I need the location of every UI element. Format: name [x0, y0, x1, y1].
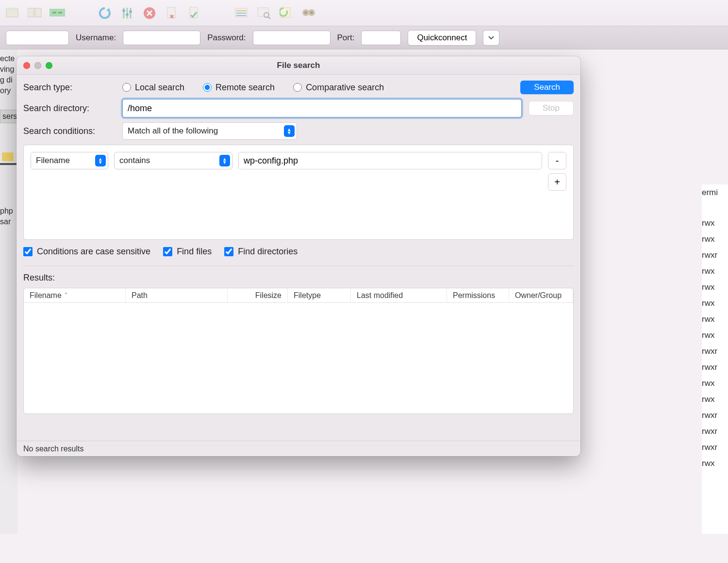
approve-file-icon[interactable]: [184, 5, 204, 21]
dialog-titlebar: File search: [17, 56, 580, 75]
sort-asc-icon: ˄: [65, 292, 67, 299]
file-search-dialog: File search Search type: Local search Re…: [17, 56, 580, 456]
svg-point-10: [129, 10, 132, 13]
password-input[interactable]: [253, 31, 331, 45]
select-caret-icon: ▴▾: [284, 125, 295, 137]
svg-point-9: [126, 13, 129, 16]
find-icon[interactable]: [299, 5, 318, 21]
col-permissions[interactable]: Permissions: [447, 288, 509, 302]
col-path[interactable]: Path: [126, 288, 228, 302]
col-last-modified[interactable]: Last modified: [351, 288, 447, 302]
search-directory-input[interactable]: [122, 99, 522, 117]
svg-rect-2: [28, 8, 34, 17]
sync-icon[interactable]: [48, 5, 67, 21]
main-toolbar: [0, 0, 728, 26]
col-filename[interactable]: Filename˄: [24, 288, 126, 302]
condition-value-input[interactable]: [238, 152, 542, 169]
username-input[interactable]: [123, 31, 200, 45]
stop-button[interactable]: Stop: [529, 101, 574, 116]
chevron-down-icon: [488, 36, 494, 40]
quickconnect-bar: Username: Password: Port: Quickconnect: [0, 26, 728, 50]
svg-point-24: [304, 11, 307, 14]
svg-rect-4: [50, 9, 65, 17]
status-text: No search results: [23, 445, 84, 453]
search-directory-label: Search directory:: [23, 103, 116, 114]
quickconnect-button[interactable]: Quickconnect: [408, 30, 476, 46]
port-label: Port:: [337, 33, 355, 43]
check-find-directories[interactable]: Find directories: [224, 247, 298, 257]
select-caret-icon: ▴▾: [219, 155, 230, 166]
radio-comparative-search[interactable]: Comparative search: [293, 83, 384, 93]
toggle-panes-icon[interactable]: [25, 5, 45, 21]
view-list-icon[interactable]: [232, 5, 251, 21]
compare-icon[interactable]: [277, 5, 296, 21]
cancel-icon[interactable]: [140, 5, 159, 21]
results-table: Filename˄ Path Filesize Filetype Last mo…: [23, 288, 574, 414]
results-header: Filename˄ Path Filesize Filetype Last mo…: [24, 288, 573, 303]
svg-point-8: [122, 9, 125, 12]
dialog-title: File search: [17, 61, 580, 70]
match-mode-select[interactable]: Match all of the following ▴▾: [122, 122, 297, 140]
refresh-icon[interactable]: [95, 5, 115, 21]
host-field[interactable]: [6, 31, 69, 45]
dialog-status-bar: No search results: [17, 441, 580, 456]
col-filesize[interactable]: Filesize: [228, 288, 288, 302]
password-label: Password:: [207, 33, 246, 43]
conditions-box: Filename ▴▾ contains ▴▾ - +: [23, 145, 574, 240]
results-label: Results:: [23, 273, 574, 283]
col-filetype[interactable]: Filetype: [288, 288, 351, 302]
svg-point-25: [310, 11, 313, 14]
quickconnect-history-dropdown[interactable]: [483, 30, 499, 46]
condition-field-select[interactable]: Filename ▴▾: [31, 152, 108, 169]
settings-icon[interactable]: [117, 5, 137, 21]
check-case-sensitive[interactable]: Conditions are case sensitive: [23, 247, 150, 257]
check-find-files[interactable]: Find files: [163, 247, 212, 257]
search-type-label: Search type:: [23, 83, 116, 93]
svg-line-20: [268, 17, 270, 19]
select-caret-icon: ▴▾: [95, 155, 106, 166]
radio-remote-search[interactable]: Remote search: [203, 83, 275, 93]
search-log-icon[interactable]: [254, 5, 274, 21]
condition-operator-select[interactable]: contains ▴▾: [114, 152, 232, 169]
delete-file-icon[interactable]: [162, 5, 182, 21]
username-label: Username:: [76, 33, 116, 43]
svg-rect-3: [35, 8, 41, 17]
sitemanager-icon[interactable]: [3, 5, 22, 21]
radio-local-search[interactable]: Local search: [122, 83, 184, 93]
search-button[interactable]: Search: [520, 81, 574, 94]
search-conditions-label: Search conditions:: [23, 126, 116, 136]
bg-perms-fragment: ermi rwxrwx rwxrrwx rwxrwx rwxrwx rwxrrw…: [702, 184, 728, 534]
bg-log-fragment: ecte ving g di ory sers php sar: [0, 50, 17, 534]
add-condition-button[interactable]: +: [548, 173, 566, 191]
port-input[interactable]: [361, 31, 401, 45]
svg-rect-1: [6, 8, 18, 11]
col-owner-group[interactable]: Owner/Group: [509, 288, 573, 302]
remove-condition-button[interactable]: -: [548, 152, 566, 169]
svg-rect-18: [258, 8, 268, 17]
